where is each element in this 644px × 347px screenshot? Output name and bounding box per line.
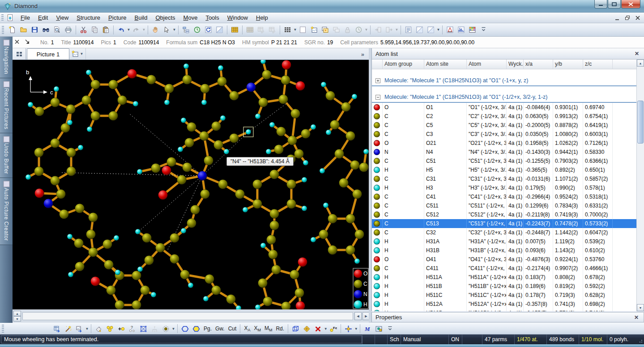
toolbar-button-rotate-view[interactable] (203, 25, 213, 35)
vertical-scrollbar[interactable]: ▲ ▼ (636, 59, 644, 311)
maximize-button[interactable] (608, 0, 621, 8)
atom-row-o21[interactable]: OO21"O21" (-1/2+x, 3...4a (1)0.1958(5)1.… (372, 139, 644, 148)
minimize-button[interactable] (594, 0, 607, 8)
resize-grip[interactable] (637, 334, 644, 344)
toolbar-button-net-x[interactable] (138, 324, 149, 334)
column-icon[interactable] (372, 59, 383, 69)
toolbar-button-distance-chart[interactable] (445, 25, 455, 35)
menu-grip[interactable] (1, 14, 4, 21)
menu-picture[interactable]: Picture (104, 13, 130, 22)
toolbar-button-overflow[interactable] (385, 324, 395, 334)
chevron-down-icon[interactable]: ▼ (172, 25, 176, 35)
atom-row-c512[interactable]: CC512"C512" (-1/2+x, ...4a (1)-0.2119(8)… (372, 210, 644, 219)
toolbar-button-pg[interactable]: Pg. (202, 325, 213, 333)
toolbar-button-hexagon-blue[interactable] (180, 324, 190, 334)
column-atomsite[interactable]: Atom site (424, 59, 467, 69)
scroll-left-icon[interactable]: ◄ (354, 312, 362, 320)
menu-objects[interactable]: Objects (151, 13, 179, 22)
atom-row-c32[interactable]: CC32"C32" (-1/2+x, 3...4a (1)-0.2448(7)1… (372, 228, 644, 237)
sidebar-tab-undo-buffer[interactable]: Undo Buffer (0, 133, 13, 178)
atom-row-c51[interactable]: CC51"C51" (-1/2+x, 3...4a (1)-0.1255(5)0… (372, 157, 644, 165)
menu-tools[interactable]: Tools (201, 13, 223, 22)
toolbar-button-tree-view[interactable] (181, 25, 191, 35)
toolbar-button-overflow[interactable] (478, 25, 489, 35)
atom-row-c5[interactable]: CC5"C5" (-1/2+x, 3/...4a (1)-0.2000(5)0.… (372, 121, 644, 130)
tab-picture-1[interactable]: Picture 1 (27, 48, 69, 59)
chevron-down-icon[interactable]: ▼ (142, 25, 146, 35)
toolbar-button-history-clock[interactable] (192, 25, 202, 35)
toolbar-button-save[interactable] (30, 25, 40, 35)
column-wyck[interactable]: Wyck. (507, 59, 524, 69)
toolbar-button-find-binoculars[interactable] (41, 25, 51, 35)
menu-build[interactable]: Build (131, 13, 152, 22)
column-xa[interactable]: x/a (524, 59, 553, 69)
toolbar-button-new-doc[interactable] (7, 25, 17, 35)
atom-row-o1[interactable]: OO1"O1" (-1/2+x, 3/...4a (1)-0.0846(4)0.… (372, 103, 644, 112)
toolbar-button-table-export[interactable] (52, 324, 62, 334)
collapse-icon[interactable] (375, 95, 380, 100)
toolbar-button-grid[interactable] (282, 25, 293, 35)
molecule-group-row[interactable]: Molecule: "Molecule 1" (C18H25N1O3) at "… (372, 76, 644, 85)
atom-row-h512a[interactable]: HH512A"H512A" (-1/2+x...4a (1)-0.357(8)0… (372, 300, 644, 309)
atom-row-n4[interactable]: NN4"N4" (-1/2+x, 3/...4a (1)-0.1430(3)0.… (372, 148, 644, 157)
toolbar-button-mm[interactable]: MM (263, 324, 274, 333)
toolbar-button-balls-3[interactable] (105, 324, 115, 334)
toolbar-button-print-preview[interactable] (52, 25, 62, 35)
chevron-down-icon[interactable]: ▼ (293, 25, 297, 35)
toolbar-button-new-picture[interactable] (309, 25, 319, 35)
toolbar-button-select-arrow[interactable] (162, 25, 172, 35)
close-icon[interactable]: ✕ (633, 314, 640, 321)
scroll-up-icon[interactable]: ▲ (637, 59, 644, 67)
close-record-icon[interactable] (14, 38, 21, 46)
atom-row-c31[interactable]: CC31"C31" (-1/2+x, 3...4a (1)-0.0131(6)1… (372, 174, 644, 183)
atom-row-h5[interactable]: HH5"H5" (-1/2+x, 3/...4a (1)-0.365(5)0.8… (372, 165, 644, 174)
toolbar-button-diagram-diagonal[interactable] (426, 25, 436, 35)
menu-window[interactable]: Window (223, 13, 252, 22)
sidebar-tab-navigation[interactable]: Navigation (0, 37, 13, 78)
toolbar-button-rd[interactable]: Rd. (274, 325, 286, 333)
toolbar-button-open-folder[interactable] (18, 25, 29, 35)
atom-row-c411[interactable]: CC411"C411" (-1/2+x, ...4a (1)-0.2174(4)… (372, 264, 644, 273)
chevron-down-icon[interactable]: ▼ (85, 324, 89, 334)
menu-file[interactable]: File (17, 13, 34, 22)
atom-row-c511[interactable]: CC511"C511" (-1/2+x, ...4a (1)0.1299(6)0… (372, 201, 644, 210)
menu-view[interactable]: View (52, 13, 73, 22)
toolbar-button-fill-bucket[interactable] (94, 324, 104, 334)
mdi-minimize-icon[interactable] (613, 14, 621, 21)
molecule-group-row[interactable]: Molecule: "Molecule 1" (C18H25N1O3) at "… (372, 92, 644, 102)
toolbar-button-paste[interactable] (101, 25, 111, 35)
title-bar[interactable]: Diamond (0, 0, 644, 13)
column-atom[interactable]: Atom (467, 59, 507, 69)
atom-row-o41[interactable]: OO41"O41" (-1/2+x, 3...4a (1)-0.4876(3)0… (372, 255, 644, 264)
menu-help[interactable]: Help (252, 13, 272, 22)
menu-edit[interactable]: Edit (34, 13, 52, 22)
toolbar-button-red-x[interactable] (313, 324, 323, 334)
toolbar-button-ball-add[interactable] (116, 324, 126, 334)
toolbar-button-report-list[interactable] (403, 25, 414, 35)
toolbar-button-xm[interactable]: XM (252, 324, 263, 333)
new-picture-button[interactable]: ▼ (69, 48, 86, 59)
toolbar-button-xa[interactable]: XA (242, 324, 252, 333)
chevron-down-icon[interactable]: ▼ (364, 25, 368, 35)
toolbar-button-blank-page[interactable] (298, 25, 308, 35)
toolbar-button-powder-chart[interactable] (456, 25, 466, 35)
chevron-down-icon[interactable]: ▼ (395, 25, 399, 35)
toolbar-button-picture-props[interactable] (374, 324, 384, 334)
close-icon[interactable]: ✕ (633, 50, 640, 57)
close-button[interactable] (621, 0, 640, 8)
atom-row-h512b[interactable]: HH512B"H512B" (-1/2+x...4a (1)-0.155(7)0… (372, 309, 644, 311)
toolbar-button-fe-ball[interactable]: Fe (328, 324, 338, 334)
chevron-down-icon[interactable]: ▼ (324, 324, 328, 334)
toolbar-button-cube[interactable] (290, 324, 301, 334)
toolbar-button-dotted-ball[interactable] (161, 324, 171, 334)
toolbar-button-data-sheet[interactable] (230, 25, 240, 35)
tile-pictures-button[interactable] (13, 48, 26, 59)
toolbar-button-print[interactable] (63, 25, 73, 35)
scroll-down-icon[interactable]: ▼ (637, 304, 644, 311)
atom-list-column-header[interactable]: Atom groupAtom siteAtomWyck.x/ay/bz/c (372, 59, 644, 69)
toolbar-button-picture-copy[interactable] (320, 25, 330, 35)
atom-row-c3[interactable]: CC3"C3" (-1/2+x, 3/...4a (1)0.0350(5)1.0… (372, 130, 644, 139)
chevron-down-icon[interactable]: ▼ (436, 25, 440, 35)
frame-spinner[interactable]: ▲ ▼ (13, 311, 21, 322)
atom-row-h3[interactable]: HH3"H3" (-1/2+x, 3/...4a (1)0.179(5)0.99… (372, 183, 644, 192)
